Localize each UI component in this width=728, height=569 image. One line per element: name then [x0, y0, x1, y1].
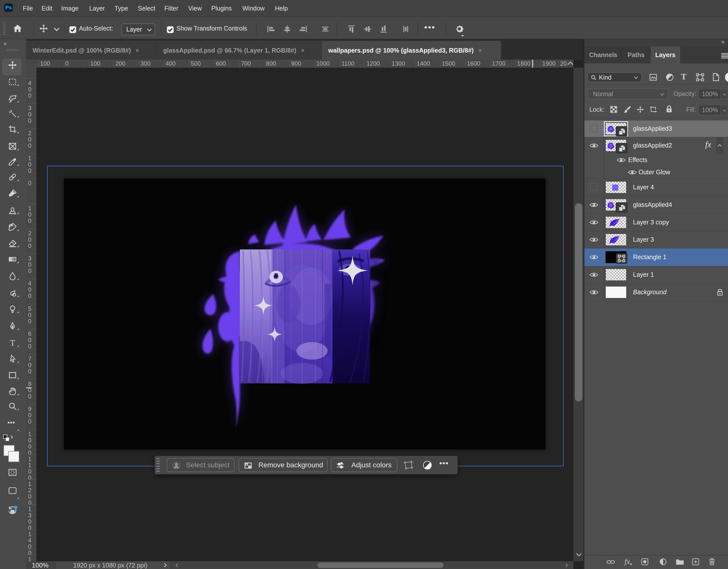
svg-text:T: T: [10, 338, 15, 347]
